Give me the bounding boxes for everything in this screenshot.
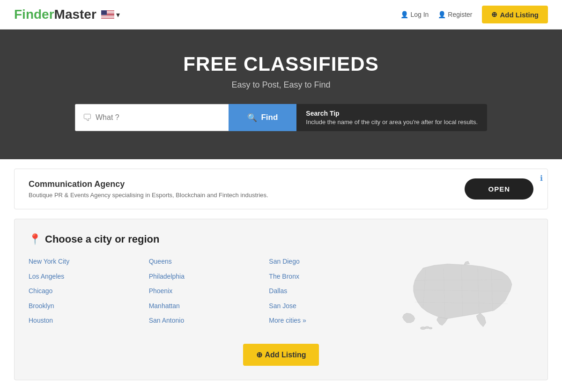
city-section-header: 📍 Choose a city or region: [29, 233, 533, 245]
svg-point-1: [425, 326, 429, 329]
magnifier-icon: 🔍: [247, 113, 257, 123]
hero-section: FREE CLASSIFIEDS Easy to Post, Easy to F…: [0, 30, 562, 159]
login-link[interactable]: 👤 Log In: [400, 11, 429, 18]
hero-title: FREE CLASSIFIEDS: [14, 53, 548, 75]
header: FinderMaster ▾ 👤 Log In 👤 Register ⊕ Add…: [0, 0, 562, 30]
city-column-1: New York City Los Angeles Chicago Brookl…: [29, 257, 149, 339]
city-link-new-york[interactable]: New York City: [29, 257, 149, 266]
language-selector[interactable]: ▾: [101, 10, 120, 19]
find-button[interactable]: 🔍 Find: [229, 104, 296, 131]
search-bar: 🗨 🔍 Find Search Tip Include the name of …: [75, 104, 487, 131]
city-link-manhattan[interactable]: Manhattan: [149, 302, 269, 311]
dropdown-arrow: ▾: [116, 10, 120, 19]
ad-description: Boutique PR & Events Agency specialising…: [29, 192, 268, 199]
search-input[interactable]: [96, 113, 222, 122]
logo-area: FinderMaster ▾: [14, 7, 120, 22]
search-tip-text: Include the name of the city or area you…: [306, 118, 478, 126]
add-listing-label: Add Listing: [500, 11, 539, 19]
city-link-san-diego[interactable]: San Diego: [269, 257, 389, 266]
register-label: Register: [448, 11, 472, 18]
person-plus-icon: 👤: [438, 11, 446, 18]
city-link-san-antonio[interactable]: San Antonio: [149, 316, 269, 325]
add-listing-button[interactable]: ⊕ Add Listing: [482, 6, 548, 23]
plus-circle-icon: ⊕: [491, 10, 497, 19]
ad-banner: ℹ Communication Agency Boutique PR & Eve…: [14, 169, 548, 209]
city-link-queens[interactable]: Queens: [149, 257, 269, 266]
city-section: 📍 Choose a city or region New York City …: [14, 219, 548, 380]
plus-circle-bottom-icon: ⊕: [256, 350, 262, 359]
register-link[interactable]: 👤 Register: [438, 11, 472, 18]
ad-text: Communication Agency Boutique PR & Event…: [29, 179, 268, 199]
city-link-the-bronx[interactable]: The Bronx: [269, 272, 389, 281]
logo-master: Master: [54, 7, 96, 22]
city-link-san-jose[interactable]: San Jose: [269, 302, 389, 311]
person-icon: 👤: [400, 11, 408, 18]
info-icon[interactable]: ℹ: [540, 174, 543, 183]
open-button[interactable]: OPEN: [465, 178, 533, 200]
flag-icon: [101, 10, 114, 19]
more-cities-link[interactable]: More cities »: [269, 316, 389, 325]
nav-right: 👤 Log In 👤 Register ⊕ Add Listing: [400, 6, 548, 23]
svg-point-2: [429, 327, 432, 329]
city-link-philadelphia[interactable]: Philadelphia: [149, 272, 269, 281]
us-map-svg: [396, 257, 527, 339]
city-column-3: San Diego The Bronx Dallas San Jose More…: [269, 257, 389, 339]
add-listing-bottom-label: Add Listing: [265, 351, 306, 359]
city-link-los-angeles[interactable]: Los Angeles: [29, 272, 149, 281]
city-column-2: Queens Philadelphia Phoenix Manhattan Sa…: [149, 257, 269, 339]
logo-finder: Finder: [14, 7, 54, 22]
city-link-dallas[interactable]: Dallas: [269, 287, 389, 296]
search-chat-icon: 🗨: [82, 112, 92, 123]
find-button-label: Find: [261, 113, 278, 122]
city-link-brooklyn[interactable]: Brooklyn: [29, 302, 149, 311]
map-area: [389, 257, 533, 339]
search-input-wrap: 🗨: [75, 104, 229, 131]
login-label: Log In: [410, 11, 429, 18]
add-listing-bottom: ⊕ Add Listing: [29, 344, 533, 366]
city-link-phoenix[interactable]: Phoenix: [149, 287, 269, 296]
city-link-chicago[interactable]: Chicago: [29, 287, 149, 296]
logo[interactable]: FinderMaster: [14, 7, 96, 22]
search-tip-box: Search Tip Include the name of the city …: [296, 104, 487, 131]
city-grid: New York City Los Angeles Chicago Brookl…: [29, 257, 533, 339]
search-tip-title: Search Tip: [306, 110, 478, 117]
svg-point-0: [421, 327, 426, 330]
city-section-title: Choose a city or region: [45, 233, 160, 245]
ad-title: Communication Agency: [29, 179, 268, 189]
city-link-houston[interactable]: Houston: [29, 316, 149, 325]
location-pin-icon: 📍: [29, 233, 41, 245]
hero-subtitle: Easy to Post, Easy to Find: [14, 80, 548, 90]
add-listing-bottom-button[interactable]: ⊕ Add Listing: [243, 344, 319, 366]
